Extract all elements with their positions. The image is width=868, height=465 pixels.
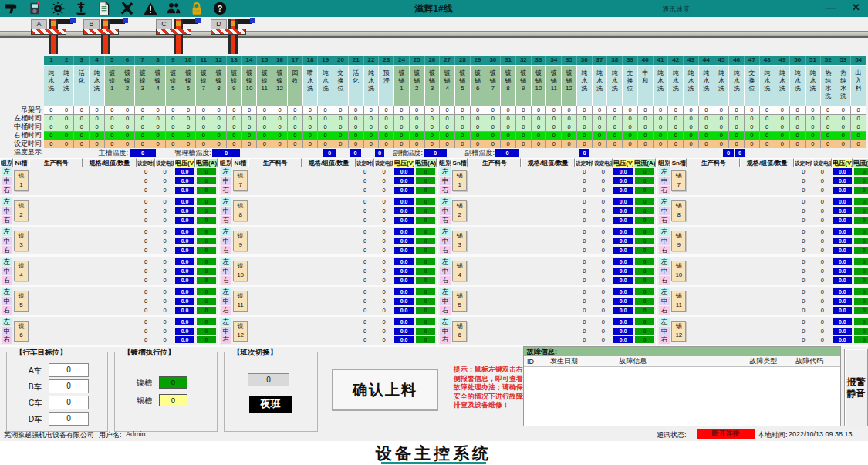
multimeter-icon[interactable] — [28, 2, 42, 15]
document-icon[interactable] — [97, 2, 111, 15]
process-cell: 0 — [577, 123, 593, 131]
voltage-value: 0.0 — [613, 336, 633, 343]
current-value: 0 — [416, 258, 435, 265]
part-number-value — [468, 237, 521, 245]
part-number-value — [468, 186, 521, 194]
crane-trolley — [51, 21, 56, 26]
spec-value — [521, 276, 575, 285]
tools-icon[interactable] — [120, 2, 134, 15]
current-value: 0 — [635, 298, 654, 305]
process-cell: 0 — [516, 140, 532, 148]
voltage-value: 0.0 — [394, 336, 414, 343]
level-probe-icon[interactable] — [74, 2, 88, 15]
part-number-value — [29, 327, 83, 335]
column-number: 42 — [668, 56, 684, 65]
part-number-column — [29, 167, 83, 195]
process-cell: 0 — [577, 131, 593, 140]
process-cell: 0 — [211, 131, 227, 140]
spec-value — [83, 177, 137, 185]
tank-column-name: 纯 水 洗 — [654, 65, 669, 106]
crane-target-input[interactable]: 0 — [49, 363, 89, 377]
set-time-value: 0 — [575, 267, 593, 275]
part-number-value — [248, 335, 302, 344]
spec-value — [521, 186, 575, 194]
set-current-value: 0 — [155, 288, 174, 296]
minimize-button[interactable]: — — [826, 2, 836, 13]
position-label: 中 — [440, 207, 451, 215]
lock-icon[interactable] — [190, 2, 204, 15]
part-number-column — [29, 197, 83, 225]
current-value: 0 — [635, 228, 654, 235]
process-column: 42纯 水 洗00000 — [668, 56, 684, 148]
crane-target-input[interactable]: 0 — [49, 379, 89, 393]
process-cell: 0 — [821, 140, 836, 148]
users-icon[interactable] — [167, 2, 181, 15]
spec-column — [83, 317, 137, 345]
part-number-value — [29, 288, 83, 296]
spec-value — [302, 216, 356, 224]
scanner-gun-icon[interactable] — [5, 2, 19, 15]
crane-label: A — [31, 19, 47, 29]
tank-column-name: 镀 锡 6 — [471, 65, 486, 106]
night-shift-button[interactable]: 夜班 — [249, 396, 292, 413]
set-time-value: 0 — [356, 327, 374, 335]
current-value: 0 — [854, 288, 868, 295]
column-number: 13 — [227, 56, 242, 65]
process-cell: 0 — [501, 114, 516, 123]
voltage-column: 0.00.00.0 — [613, 317, 633, 345]
set-current-value: 0 — [593, 276, 613, 285]
part-number-value — [248, 306, 302, 315]
set-time-value: 0 — [794, 197, 812, 206]
process-cell: 0 — [821, 131, 836, 140]
part-number-value — [29, 335, 83, 344]
process-cell: 0 — [150, 131, 166, 140]
crane-target-input[interactable]: 0 — [49, 412, 89, 426]
fault-table-body[interactable] — [524, 367, 840, 426]
tank-label: 锡 2 — [452, 200, 467, 221]
spec-column — [740, 317, 794, 345]
position-label: 右 — [440, 216, 451, 224]
set-time-column: 000 — [356, 257, 374, 285]
process-cell: 0 — [364, 131, 380, 140]
process-column: 11镀 镍 700000 — [196, 56, 211, 148]
alarm-mute-button[interactable]: 报警 静音 — [844, 349, 868, 426]
set-time-column: 000 — [137, 197, 155, 225]
set-time-column: 000 — [137, 227, 155, 255]
process-cell: 0 — [638, 114, 654, 123]
close-button[interactable]: ✕ — [852, 2, 860, 13]
column-number: 33 — [532, 56, 547, 65]
position-label: 中 — [2, 297, 12, 305]
part-number-value — [248, 186, 302, 194]
process-column: 38纯 水 洗00000 — [607, 56, 623, 148]
voltage-value: 0.0 — [613, 307, 633, 314]
set-time-value: 0 — [137, 335, 155, 344]
part-number-value — [248, 297, 302, 305]
position-column: 左中右 — [438, 167, 451, 195]
crane-target-input[interactable]: 0 — [49, 396, 89, 409]
part-number-value — [29, 186, 83, 194]
set-time-value: 0 — [794, 216, 812, 224]
position-label: 中 — [659, 237, 670, 245]
process-cell: 0 — [425, 114, 441, 123]
help-icon[interactable]: ? — [213, 2, 227, 15]
spec-value — [83, 167, 137, 176]
column-number: 22 — [364, 56, 380, 65]
column-number: 32 — [516, 56, 532, 65]
voltage-column: 0.00.00.0 — [832, 227, 853, 255]
spec-column — [740, 227, 794, 255]
current-value: 0 — [197, 298, 216, 305]
column-number: 28 — [455, 56, 471, 65]
spec-value — [740, 186, 794, 194]
gear-icon[interactable] — [51, 2, 65, 15]
tank-column-name: 交 换 位 — [333, 65, 349, 106]
process-cell: 0 — [410, 106, 425, 114]
current-value: 0 — [416, 318, 435, 325]
process-cell: 0 — [59, 123, 75, 131]
tank-row-group: 左中右镍 60000000.00.00.0000 — [0, 317, 218, 347]
confirm-loading-button[interactable]: 确认上料 — [332, 369, 438, 411]
process-cell: 0 — [333, 123, 349, 131]
process-cell: 0 — [120, 106, 136, 114]
process-column: 9镀 镍 500000 — [166, 56, 181, 148]
column-number: 12 — [211, 56, 227, 65]
warning-icon[interactable] — [144, 2, 157, 15]
